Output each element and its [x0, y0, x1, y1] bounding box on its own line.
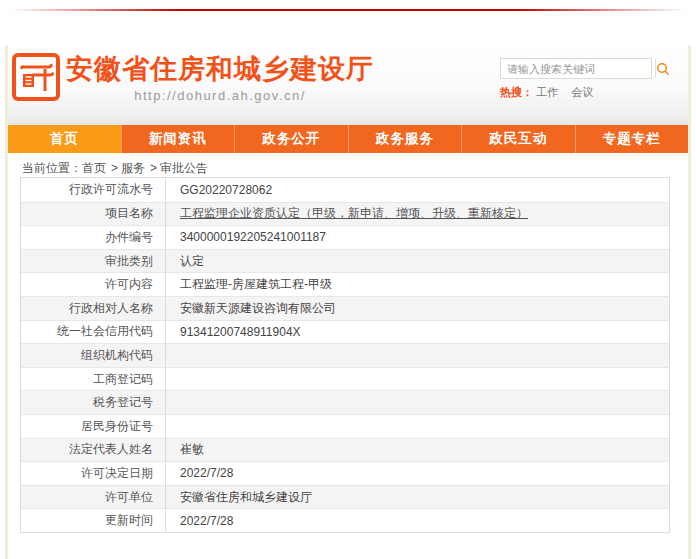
row-value — [166, 368, 669, 391]
row-value: 2022/7/28 — [166, 462, 669, 485]
hot-search-link-meeting[interactable]: 会议 — [571, 86, 593, 98]
right-page-border — [688, 45, 691, 559]
nav-tab-label: 首页 — [50, 130, 79, 148]
nav-tab[interactable]: 政务服务 — [348, 125, 462, 153]
table-row: 法定代表人姓名 崔敏 — [21, 438, 669, 462]
row-value: 工程监理-房屋建筑工程-甲级 — [166, 273, 669, 296]
search-button[interactable] — [655, 59, 670, 78]
nav-tab-label: 新闻资讯 — [149, 130, 207, 148]
row-label: 法定代表人姓名 — [21, 439, 166, 462]
nav-tab-label: 政民互动 — [489, 130, 547, 148]
table-row: 更新时间 2022/7/28 — [21, 508, 669, 532]
breadcrumb-approval-notice[interactable]: 审批公告 — [160, 161, 208, 175]
hot-search-link-work[interactable]: 工作 — [536, 86, 558, 98]
row-label: 行政相对人名称 — [21, 297, 166, 320]
row-label: 更新时间 — [21, 509, 166, 532]
table-row: 项目名称 工程监理企业资质认定（甲级，新申请、增项、升级、重新核定） — [21, 202, 669, 226]
row-value — [166, 415, 669, 438]
row-label: 项目名称 — [21, 203, 166, 226]
top-accent-line — [10, 9, 686, 11]
site-url: http://dohurd.ah.gov.cn/ — [66, 88, 374, 103]
search-box — [500, 58, 652, 79]
table-row: 行政许可流水号 GG20220728062 — [21, 178, 669, 202]
row-label: 许可决定日期 — [21, 462, 166, 485]
breadcrumb-prefix: 当前位置： — [22, 161, 82, 175]
table-row: 审批类别 认定 — [21, 249, 669, 273]
table-row: 组织机构代码 — [21, 343, 669, 367]
row-value[interactable]: 工程监理企业资质认定（甲级，新申请、增项、升级、重新核定） — [166, 203, 669, 226]
site-logo-icon — [12, 53, 60, 101]
nav-tab[interactable]: 政民互动 — [461, 125, 575, 153]
row-value: GG20220728062 — [166, 178, 669, 202]
row-value — [166, 344, 669, 367]
row-label: 居民身份证号 — [21, 415, 166, 438]
nav-tab-label: 政务服务 — [376, 130, 434, 148]
page: 安徽省住房和城乡建设厅 http://dohurd.ah.gov.cn/ 热搜：… — [0, 0, 696, 559]
nav-tab-label: 专题专栏 — [603, 130, 661, 148]
row-value: 2022/7/28 — [166, 509, 669, 532]
brand-block: 安徽省住房和城乡建设厅 http://dohurd.ah.gov.cn/ — [66, 53, 374, 103]
nav-tab[interactable]: 新闻资讯 — [121, 125, 235, 153]
table-row: 行政相对人名称 安徽新天源建设咨询有限公司 — [21, 296, 669, 320]
table-row: 许可内容 工程监理-房屋建筑工程-甲级 — [21, 272, 669, 296]
nav-tab[interactable]: 首页 — [8, 125, 121, 153]
row-label: 税务登记号 — [21, 391, 166, 414]
row-value: 91341200748911904X — [166, 321, 669, 344]
row-label: 审批类别 — [21, 250, 166, 273]
search-input[interactable] — [501, 60, 655, 77]
breadcrumb-separator: > — [150, 161, 157, 175]
row-label: 许可内容 — [21, 273, 166, 296]
table-row: 税务登记号 — [21, 390, 669, 414]
table-row: 工商登记码 — [21, 367, 669, 391]
row-label: 许可单位 — [21, 486, 166, 509]
hot-search-line: 热搜： 工作 会议 — [500, 85, 652, 100]
nav-tab[interactable]: 专题专栏 — [575, 125, 689, 153]
row-label: 办件编号 — [21, 226, 166, 249]
row-label: 统一社会信用代码 — [21, 321, 166, 344]
table-row: 居民身份证号 — [21, 414, 669, 438]
row-label: 组织机构代码 — [21, 344, 166, 367]
search-area: 热搜： 工作 会议 — [500, 58, 652, 100]
table-row: 许可决定日期 2022/7/28 — [21, 461, 669, 485]
table-row: 办件编号 3400000192205241001187 — [21, 225, 669, 249]
nav-tab[interactable]: 政务公开 — [234, 125, 348, 153]
breadcrumb: 当前位置：首页>服务>审批公告 — [22, 160, 208, 177]
breadcrumb-service[interactable]: 服务 — [121, 161, 145, 175]
site-header: 安徽省住房和城乡建设厅 http://dohurd.ah.gov.cn/ 热搜：… — [8, 45, 688, 125]
row-value — [166, 391, 669, 414]
row-value: 崔敏 — [166, 439, 669, 462]
row-label: 工商登记码 — [21, 368, 166, 391]
license-info-table: 行政许可流水号 GG20220728062 项目名称 工程监理企业资质认定（甲级… — [20, 177, 670, 533]
nav-tab-label: 政务公开 — [262, 130, 320, 148]
hot-search-label: 热搜： — [500, 86, 533, 98]
table-row: 许可单位 安徽省住房和城乡建设厅 — [21, 485, 669, 509]
breadcrumb-separator: > — [111, 161, 118, 175]
row-label: 行政许可流水号 — [21, 178, 166, 202]
search-icon — [656, 62, 670, 76]
row-value: 3400000192205241001187 — [166, 226, 669, 249]
breadcrumb-home[interactable]: 首页 — [82, 161, 106, 175]
row-value: 认定 — [166, 250, 669, 273]
table-row: 统一社会信用代码 91341200748911904X — [21, 320, 669, 344]
row-value: 安徽新天源建设咨询有限公司 — [166, 297, 669, 320]
row-value: 安徽省住房和城乡建设厅 — [166, 486, 669, 509]
site-title: 安徽省住房和城乡建设厅 — [66, 53, 374, 85]
main-nav: 首页 新闻资讯 政务公开 政务服务 政民互动 专题专栏 — [8, 125, 688, 153]
